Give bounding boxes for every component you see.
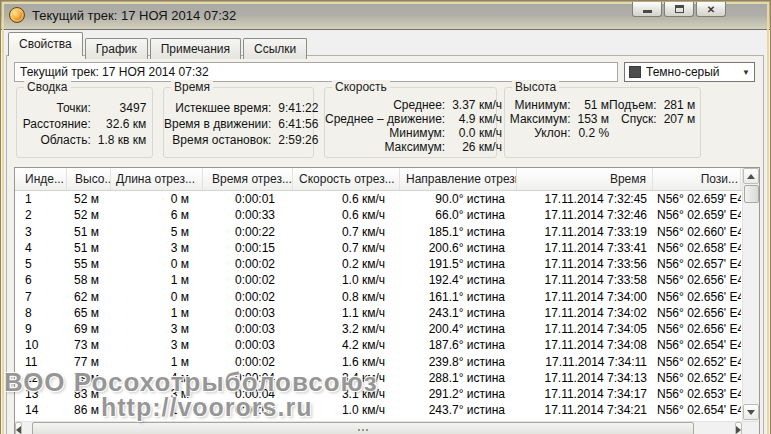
scroll-up-button[interactable] xyxy=(743,168,759,184)
stat-label: Максимум: xyxy=(510,112,571,126)
table-row[interactable]: 969 м3 м0:00:033.2 км/ч200.4° истина17.1… xyxy=(15,321,742,337)
table-cell: 5 xyxy=(15,256,67,272)
table-cell: 0.2 км/ч xyxy=(293,256,400,272)
table-cell: 1 м xyxy=(111,354,203,370)
column-header[interactable]: Время xyxy=(517,168,653,190)
stat-value xyxy=(657,126,696,140)
track-name-input[interactable] xyxy=(14,62,618,82)
table-cell: 288.1° истина xyxy=(400,370,517,386)
table-cell: N56° 02.659' E41° 21. xyxy=(653,191,741,207)
column-header[interactable]: Высо... xyxy=(67,168,111,190)
stat-label: Подъем: xyxy=(609,98,657,112)
table-cell: 55 м xyxy=(67,256,111,272)
color-name: Темно-серый xyxy=(646,65,738,79)
stat-value: 0.0 км/ч xyxy=(445,126,502,140)
table-cell: 3 м xyxy=(111,240,203,256)
table-cell: 13 xyxy=(15,386,67,402)
table-row[interactable]: 1383 м3 м0:00:043.1 км/ч291.2° истина17.… xyxy=(15,386,742,402)
table-cell: 17.11.2014 7:34:00 xyxy=(517,289,653,305)
track-color-dropdown[interactable]: Темно-серый ▼ xyxy=(624,62,755,82)
column-header[interactable]: Пози... xyxy=(653,168,741,190)
column-header[interactable]: Направление отрезка xyxy=(400,168,517,190)
altitude-groupbox: Высота Минимум:51 мПодъем:281 мМаксимум:… xyxy=(504,87,701,158)
table-cell: 191.5° истина xyxy=(400,256,517,272)
stat-value: 51 м xyxy=(570,98,609,112)
table-row[interactable]: 1486 м1 м0:00:021.0 км/ч243.7° истина17.… xyxy=(15,402,742,418)
table-cell: 1.0 км/ч xyxy=(293,272,400,288)
table-cell: 291.2° истина xyxy=(400,386,517,402)
scroll-left-button[interactable] xyxy=(15,422,22,434)
stat-value: 1.8 кв км xyxy=(91,132,146,148)
tab-graph[interactable]: График xyxy=(85,38,148,59)
table-row[interactable]: 152 м0 м0:00:010.6 км/ч90.0° истина17.11… xyxy=(15,191,742,207)
stat-value: 0.2 % xyxy=(570,126,609,140)
table-row[interactable]: 351 м5 м0:00:220.7 км/ч185.1° истина17.1… xyxy=(15,224,742,240)
horizontal-scrollbar[interactable] xyxy=(15,422,742,434)
minimize-button[interactable] xyxy=(632,2,662,17)
table-cell: 3.4 км/ч xyxy=(293,370,400,386)
table-cell: 243.1° истина xyxy=(400,305,517,321)
column-header[interactable]: Инде... xyxy=(15,168,67,190)
column-header[interactable]: Длина отрез... xyxy=(111,168,203,190)
table-cell: 1 м xyxy=(111,402,203,418)
table-cell: 17.11.2014 7:33:56 xyxy=(517,256,653,272)
table-cell: 0:00:02 xyxy=(203,272,293,288)
tab-strip: СвойстваГрафикПримечанияСсылки xyxy=(8,32,309,56)
table-cell: N56° 02.654' E41° 21. xyxy=(653,402,741,418)
table-row[interactable]: 1177 м1 м0:00:021.6 км/ч239.8° истина17.… xyxy=(15,354,742,370)
table-cell: 17.11.2014 7:33:58 xyxy=(517,272,653,288)
vertical-scroll-thumb[interactable] xyxy=(744,185,759,203)
table-cell: 187.6° истина xyxy=(400,337,517,353)
horizontal-scroll-thumb[interactable] xyxy=(32,422,694,434)
table-cell: N56° 02.658' E41° 21. xyxy=(653,240,741,256)
table-cell: 52 м xyxy=(67,207,111,223)
table-cell: 0:00:22 xyxy=(203,224,293,240)
table-cell: N56° 02.654' E41° 21. xyxy=(653,337,741,353)
table-row[interactable]: 252 м6 м0:00:330.6 км/ч66.0° истина17.11… xyxy=(15,207,742,223)
properties-tab-page: Темно-серый ▼ Сводка Точки:3497Расстояни… xyxy=(6,55,764,434)
table-cell: 58 м xyxy=(67,272,111,288)
thumb-grip xyxy=(362,429,364,431)
table-cell: 0:00:03 xyxy=(203,305,293,321)
table-row[interactable]: 865 м1 м0:00:031.1 км/ч243.1° истина17.1… xyxy=(15,305,742,321)
arrow-down-icon xyxy=(747,410,755,415)
stat-label: Уклон: xyxy=(510,126,571,140)
tab-properties[interactable]: Свойства xyxy=(8,32,83,56)
table-row[interactable]: 762 м0 м0:00:020.8 км/ч161.1° истина17.1… xyxy=(15,289,742,305)
table-cell: 5 м xyxy=(111,224,203,240)
scroll-down-button[interactable] xyxy=(743,404,759,420)
table-cell: N56° 02.652' E41° 21. xyxy=(653,354,741,370)
table-cell: 3 м xyxy=(111,321,203,337)
table-row[interactable]: 555 м0 м0:00:020.2 км/ч191.5° истина17.1… xyxy=(15,256,742,272)
stat-label: Максимум: xyxy=(325,140,445,154)
close-button[interactable]: ✕ xyxy=(696,2,726,17)
table-row[interactable]: 1279 м4 м0:00:043.4 км/ч288.1° истина17.… xyxy=(15,370,742,386)
table-cell: 0 м xyxy=(111,191,203,207)
arrow-right-icon xyxy=(736,426,741,434)
stat-label: Минимум: xyxy=(325,126,445,140)
minimize-icon xyxy=(643,10,652,13)
column-header[interactable]: Скорость отрез... xyxy=(293,168,400,190)
groupbox-title: Время xyxy=(171,80,213,94)
tab-links[interactable]: Ссылки xyxy=(243,38,307,59)
stat-value: 3.37 км/ч xyxy=(445,98,502,112)
table-cell: 3 м xyxy=(111,386,203,402)
maximize-button[interactable] xyxy=(664,2,694,17)
table-cell: 0:00:15 xyxy=(203,240,293,256)
column-header[interactable]: Время отрез... xyxy=(203,168,293,190)
table-row[interactable]: 1073 м3 м0:00:034.2 км/ч187.6° истина17.… xyxy=(15,337,742,353)
thumb-grip xyxy=(358,429,360,431)
table-row[interactable]: 658 м1 м0:00:021.0 км/ч192.4° истина17.1… xyxy=(15,272,742,288)
groupbox-title: Скорость xyxy=(332,80,390,94)
tab-notes[interactable]: Примечания xyxy=(150,38,241,59)
table-cell: 200.4° истина xyxy=(400,321,517,337)
scroll-right-button[interactable] xyxy=(735,422,742,434)
stat-label: Истекшее время: xyxy=(164,100,271,116)
table-cell: N56° 02.659' E41° 21. xyxy=(653,207,741,223)
table-cell: 83 м xyxy=(67,386,111,402)
table-cell: 17.11.2014 7:34:05 xyxy=(517,321,653,337)
table-cell: 0:00:02 xyxy=(203,289,293,305)
vertical-scrollbar[interactable] xyxy=(742,168,759,421)
table-cell: 4.2 км/ч xyxy=(293,337,400,353)
table-row[interactable]: 451 м3 м0:00:150.7 км/ч200.6° истина17.1… xyxy=(15,240,742,256)
